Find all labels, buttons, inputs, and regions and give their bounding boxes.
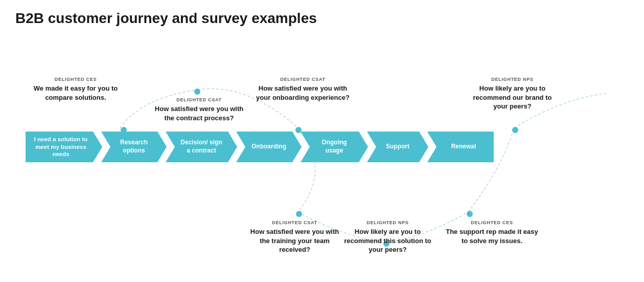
annotation-ces-support-badge: DELIGHTED CES (445, 220, 539, 225)
chevron-support: Support (367, 132, 428, 162)
annotation-csat-contract-badge: DELIGHTED CSAT (154, 97, 244, 102)
annotation-ces-compare: DELIGHTED CES We made it easy for you to… (30, 77, 122, 102)
dot-ces-support (467, 211, 473, 217)
annotation-ces-support: DELIGHTED CES The support rep made it ea… (445, 220, 539, 245)
chevron-renewal: Renewal (427, 132, 494, 162)
annotation-nps-brand: DELIGHTED NPS How likely are you to reco… (465, 77, 560, 111)
annotation-csat-training-text: How satisfied were you with the training… (247, 227, 342, 254)
chevron-row: I need a solution to meet my business ne… (26, 132, 618, 162)
annotation-ces-compare-badge: DELIGHTED CES (30, 77, 122, 82)
annotation-ces-support-text: The support rep made it easy to solve my… (445, 227, 539, 245)
annotation-nps-solution-badge: DELIGHTED NPS (340, 220, 435, 225)
annotation-csat-onboarding: DELIGHTED CSAT How satisfied were you wi… (256, 77, 350, 102)
annotation-nps-solution: DELIGHTED NPS How likely are you to reco… (340, 220, 435, 254)
journey-area: DELIGHTED CES We made it easy for you to… (15, 32, 629, 267)
annotation-csat-onboarding-text: How satisfied were you with your onboard… (256, 84, 350, 102)
annotation-csat-contract-text: How satisfied were you with the contract… (154, 104, 244, 122)
annotation-nps-brand-text: How likely are you to recommend our bran… (465, 84, 560, 111)
annotation-nps-solution-text: How likely are you to recommend this sol… (340, 227, 435, 254)
annotation-csat-onboarding-badge: DELIGHTED CSAT (256, 77, 350, 82)
annotation-csat-contract: DELIGHTED CSAT How satisfied were you wi… (154, 97, 244, 122)
annotation-csat-training-badge: DELIGHTED CSAT (247, 220, 342, 225)
chevron-needs: I need a solution to meet my business ne… (26, 132, 102, 162)
annotation-nps-brand-badge: DELIGHTED NPS (465, 77, 560, 82)
chevron-research: Research options (101, 132, 167, 162)
annotation-ces-compare-text: We made it easy for you to compare solut… (30, 84, 122, 102)
chevron-ongoing: Ongoing usage (301, 132, 368, 162)
page-title: B2B customer journey and survey examples (15, 10, 629, 27)
chevron-onboarding: Onboarding (236, 132, 302, 162)
dot-csat-training (296, 211, 302, 217)
page-container: B2B customer journey and survey examples… (0, 0, 644, 282)
chevron-decision: Decision/ sign a contract (166, 132, 237, 162)
dot-csat-contract (194, 89, 200, 95)
annotation-csat-training: DELIGHTED CSAT How satisfied were you wi… (247, 220, 342, 254)
